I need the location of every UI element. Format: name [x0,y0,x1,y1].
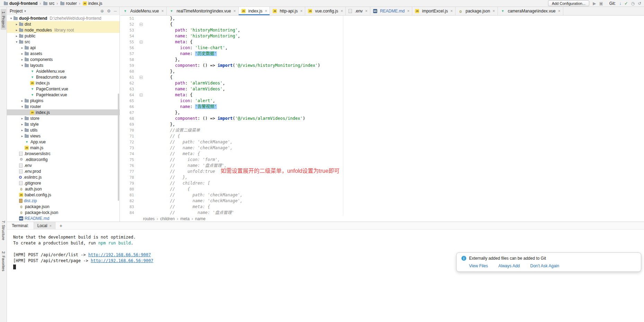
breadcrumb-item-router[interactable]: router [59,1,77,6]
scrollbar[interactable] [118,93,119,201]
tree-item-src[interactable]: ▾src [7,39,120,45]
close-icon[interactable]: × [407,9,409,14]
code-line[interactable]: 51 }, [120,16,644,21]
tree-item-views[interactable]: ▸views [7,133,120,139]
code-line[interactable]: 77 // unfold:true如需设置展开的二级菜单，unfold设置为tr… [120,169,644,175]
tree-item-asidemenu.vue[interactable]: ▼AsideMenu.vue [7,68,120,74]
code-line[interactable]: 57 name: '历史数据' [120,51,644,57]
code-line[interactable]: 59 component: () => import('@/views/hist… [120,63,644,69]
chevron-right-icon[interactable]: ▸ [20,117,24,120]
breadcrumb-item-duoji-frontend[interactable]: duoji-frontend [3,1,38,6]
editor-breadcrumb-item-meta[interactable]: meta [179,216,190,221]
code-line[interactable]: 53 path: 'historyMonitoring', [120,27,644,33]
chevron-down-icon[interactable]: ▾ [9,17,13,20]
toolwindow-button-2-favorites[interactable]: 2: Favorites [1,249,6,274]
hide-icon[interactable]: ─ [114,9,117,14]
tree-item-public[interactable]: ▸public [7,33,120,39]
code-line[interactable]: 54 name: 'historyMonitoring', [120,33,644,39]
run-icon[interactable]: ▶ [593,1,596,6]
fold-marker[interactable]: − [136,92,146,98]
code-line[interactable]: 76 // name: '盘点管理', [120,163,644,169]
tab-package.json[interactable]: {}package.json× [456,7,498,15]
close-icon[interactable]: × [161,9,164,14]
code-line[interactable]: 80 // { [120,186,644,192]
project-panel-title[interactable]: Project [10,9,23,14]
close-icon[interactable]: × [233,9,236,14]
tree-item-store[interactable]: ▸store [7,115,120,121]
tree-item-.gitignore[interactable]: .gitignore [7,180,120,186]
locate-icon[interactable]: ⊕ [100,9,104,14]
code-line[interactable]: 70 //设置二级菜单 [120,127,644,133]
chevron-right-icon[interactable]: ▸ [15,23,19,26]
code-line[interactable]: 56 icon: 'line-chart', [120,45,644,51]
tree-item-dist[interactable]: ▸dist [7,21,120,27]
history-icon[interactable]: ◷ [631,1,634,6]
tab-http-api.js[interactable]: JShttp-api.js× [270,7,305,15]
tree-item-router[interactable]: ▾router [7,104,120,109]
tab-cameramanage-index.vue[interactable]: ▼cameraManage\index.vue× [498,7,563,15]
chevron-down-icon[interactable]: ▾ [15,40,19,44]
editor-breadcrumb-item-name[interactable]: name [194,216,206,221]
fold-marker[interactable]: − [136,39,146,45]
add-configuration-button[interactable]: Add Configuration... [548,0,589,6]
code-line[interactable]: 62 path: 'alarmVideos', [120,80,644,86]
tree-item-index.js[interactable]: JSindex.js [7,109,120,115]
tree-item-package.json[interactable]: {}package.json [7,204,120,209]
code-line[interactable]: 67 }, [120,110,644,116]
notification-action-don-t-ask-again[interactable]: Don't Ask Again [530,263,559,268]
code-line[interactable]: 79 // children: [ [120,180,644,186]
tree-item-package-lock.json[interactable]: {}package-lock.json [7,209,120,215]
tree-item-.browserslistrc[interactable]: .browserslistrc [7,151,120,156]
fold-marker[interactable]: − [136,74,146,80]
tab-asidemenu.vue[interactable]: ▼AsideMenu.vue× [120,7,167,15]
close-icon[interactable]: × [493,9,495,14]
code-editor[interactable]: 51 },52− {53 path: 'historyMonitoring',5… [120,16,644,216]
tab-index.js[interactable]: JSindex.js× [239,7,270,15]
settings-icon[interactable]: ⚙ [107,9,111,14]
tree-item-assets[interactable]: ▸assets [7,51,120,56]
breadcrumb-item-src[interactable]: src [42,1,55,6]
tree-item-index.js[interactable]: JSindex.js [7,80,120,86]
tab-.env[interactable]: .env× [346,7,370,15]
chevron-down-icon[interactable]: ▾ [20,64,24,67]
code-line[interactable]: 82 // name: 'checkManage', [120,198,644,204]
tab-readme.md[interactable]: MDREADME.md× [370,7,412,15]
code-line[interactable]: 84 // name: '盘点管理' [120,210,644,216]
code-line[interactable]: 65 icon: 'alert', [120,98,644,104]
code-line[interactable]: 60 }, [120,69,644,74]
tree-item-.env.prod[interactable]: .env.prod [7,168,120,174]
tab-realtimemonitoring-index.vue[interactable]: ▼realTimeMonitoring\index.vue× [167,7,239,15]
code-line[interactable]: 71 // { [120,133,644,139]
code-line[interactable]: 58 }, [120,57,644,63]
breadcrumb-item-index.js[interactable]: JSindex.js [82,1,103,6]
commit-icon[interactable]: ✓ [624,1,628,6]
close-icon[interactable]: × [558,9,561,14]
code-line[interactable]: 55− meta: { [120,39,644,45]
close-icon[interactable]: × [49,224,51,228]
code-line[interactable]: 52− { [120,21,644,27]
rollback-icon[interactable]: ↺ [638,1,641,6]
chevron-right-icon[interactable]: ▸ [20,128,24,132]
collapse-icon[interactable]: − [140,93,143,97]
code-line[interactable]: 73 // name: 'checkManage', [120,145,644,151]
tree-item-breadcrumb.vue[interactable]: ▼Breadcrumb.vue [7,74,120,80]
close-icon[interactable]: × [450,9,453,14]
terminal-tab-local[interactable]: Local × [34,222,55,230]
tree-item-auth.json[interactable]: {}auth.json [7,186,120,192]
chevron-right-icon[interactable]: ▸ [20,99,24,102]
chevron-right-icon[interactable]: ▸ [20,52,24,55]
tree-item-utils[interactable]: ▸utils [7,127,120,133]
code-line[interactable]: 63 name: 'alarmVideos', [120,86,644,92]
tree-item-.eslintrc.js[interactable]: .eslintrc.js [7,174,120,180]
terminal-link[interactable]: http://192.168.66.56:9007 [91,258,153,263]
chevron-right-icon[interactable]: ▸ [20,46,24,50]
chevron-right-icon[interactable]: ▸ [20,123,24,126]
close-icon[interactable]: × [300,9,302,14]
tree-item-readme.md[interactable]: MDREADME.md [7,215,120,221]
code-line[interactable]: 81 // path: 'checkManage', [120,192,644,198]
notification-action-view-files[interactable]: View Files [469,263,488,268]
tree-item-pageheader.vue[interactable]: ▼PageHeader.vue [7,92,120,98]
tree-item-.editorconfig[interactable]: ⚙.editorconfig [7,156,120,162]
chevron-right-icon[interactable]: ▸ [15,28,19,32]
tree-item-babel.config.js[interactable]: JSbabel.config.js [7,192,120,198]
